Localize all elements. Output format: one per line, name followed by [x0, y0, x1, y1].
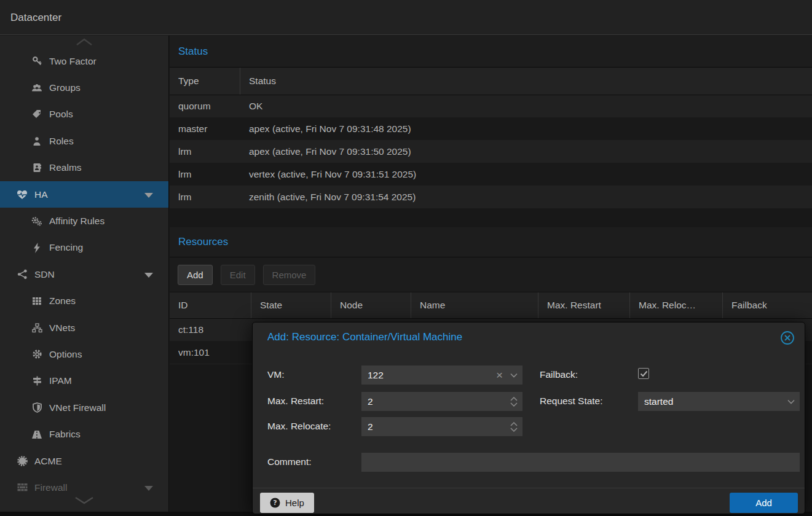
sidebar-item-roles[interactable]: Roles: [0, 128, 168, 154]
sidebar-item-pools[interactable]: Pools: [0, 101, 168, 128]
column-header-status[interactable]: Status: [240, 68, 812, 95]
sidebar-item-vnet-firewall[interactable]: VNet Firewall: [0, 394, 168, 421]
proxmox-datacenter-screen: Datacenter Two Factor Groups Pools Roles…: [0, 0, 812, 516]
edit-button[interactable]: Edit: [221, 265, 255, 285]
sidebar-item-acme[interactable]: ACME: [0, 448, 168, 474]
cell-type: lrm: [170, 163, 240, 186]
sidebar-item-label: Groups: [49, 82, 81, 93]
status-table-header: Type Status: [170, 68, 812, 95]
cell-status: apex (active, Fri Nov 7 09:31:50 2025): [240, 141, 812, 163]
dialog-add-button[interactable]: Add: [730, 493, 798, 513]
sidebar-scroll-down[interactable]: [0, 492, 168, 508]
sidebar-item-two-factor[interactable]: Two Factor: [0, 48, 168, 74]
column-header-id[interactable]: ID: [170, 292, 251, 318]
vm-combobox[interactable]: 122 ×: [361, 366, 522, 385]
column-header-node[interactable]: Node: [331, 292, 411, 318]
vm-label: VM:: [267, 369, 285, 380]
table-row[interactable]: lrm zenith (active, Fri Nov 7 09:31:54 2…: [170, 186, 812, 209]
chevron-down-icon[interactable]: [144, 193, 153, 198]
cell-type: master: [170, 118, 240, 140]
sidebar-item-fabrics[interactable]: Fabrics: [0, 421, 168, 447]
table-row[interactable]: lrm apex (active, Fri Nov 7 09:31:50 202…: [170, 141, 812, 163]
sidebar-item-affinity-rules[interactable]: Affinity Rules: [0, 208, 168, 234]
sidebar-item-label: IPAM: [49, 375, 72, 386]
cell-type: lrm: [170, 186, 240, 208]
chevron-up-icon: [75, 38, 93, 46]
max-restart-value: 2: [368, 396, 510, 407]
request-state-select[interactable]: started: [638, 392, 800, 411]
sidebar-item-label: VNets: [49, 322, 75, 334]
max-restart-spinner[interactable]: 2: [361, 392, 522, 411]
sidebar-item-label: Fencing: [49, 242, 83, 253]
spinner-arrows-icon[interactable]: [510, 422, 518, 432]
sidebar-item-label: Realms: [49, 162, 82, 173]
shield-icon: [31, 402, 43, 413]
table-row[interactable]: master apex (active, Fri Nov 7 09:31:48 …: [170, 118, 812, 141]
failback-checkbox[interactable]: [638, 368, 649, 379]
sidebar-item-options[interactable]: Options: [0, 341, 168, 367]
column-header-type[interactable]: Type: [170, 68, 240, 95]
chevron-down-icon[interactable]: [510, 373, 518, 378]
sidebar-item-groups[interactable]: Groups: [0, 74, 168, 101]
column-header-max-restart[interactable]: Max. Restart: [538, 292, 630, 318]
sidebar-item-label: Options: [49, 349, 82, 360]
remove-button[interactable]: Remove: [263, 265, 316, 285]
comment-label: Comment:: [267, 456, 312, 467]
sidebar-item-label: Affinity Rules: [49, 216, 104, 227]
help-button[interactable]: ? Help: [260, 493, 314, 513]
cell-status: apex (active, Fri Nov 7 09:31:48 2025): [240, 118, 812, 140]
spinner-arrows-icon[interactable]: [510, 397, 518, 407]
sidebar-item-label: VNet Firewall: [49, 402, 106, 413]
table-row[interactable]: lrm vertex (active, Fri Nov 7 09:31:51 2…: [170, 163, 812, 186]
check-icon: [640, 370, 648, 377]
sitemap-icon: [31, 322, 43, 334]
request-state-label: Request State:: [540, 396, 603, 407]
max-relocate-spinner[interactable]: 2: [361, 417, 522, 436]
cell-status: OK: [240, 95, 812, 117]
comment-input[interactable]: [361, 453, 800, 472]
request-state-value: started: [644, 396, 787, 407]
sidebar-item-label: HA: [34, 189, 48, 200]
panel-gap: [170, 209, 812, 227]
sidebar-item-label: Zones: [49, 295, 76, 307]
add-button[interactable]: Add: [178, 265, 213, 285]
heartbeat-icon: [16, 189, 28, 200]
sidebar-item-ha[interactable]: HA: [0, 181, 168, 208]
chevron-down-icon[interactable]: [144, 273, 153, 278]
cell-id: vm:101: [170, 342, 251, 364]
sidebar-item-ipam[interactable]: IPAM: [0, 368, 168, 394]
sidebar-item-realms[interactable]: Realms: [0, 155, 168, 181]
users-icon: [31, 82, 43, 93]
x-clear-icon[interactable]: ×: [496, 369, 503, 382]
column-header-name[interactable]: Name: [411, 292, 538, 318]
person-icon: [31, 136, 43, 147]
chevron-down-icon: [74, 496, 95, 504]
chevron-down-icon[interactable]: [144, 486, 153, 491]
svg-text:?: ?: [273, 499, 277, 507]
column-header-failback[interactable]: Failback: [723, 292, 812, 318]
certificate-icon: [16, 456, 28, 467]
gears-icon: [31, 216, 43, 227]
sidebar-item-zones[interactable]: Zones: [0, 288, 168, 315]
cell-type: quorum: [170, 95, 240, 117]
signpost-icon: [31, 375, 43, 386]
dialog-title: Add: Resource: Container/Virtual Machine: [267, 331, 462, 343]
max-relocate-value: 2: [368, 421, 510, 432]
cell-status: vertex (active, Fri Nov 7 09:31:51 2025): [240, 163, 812, 186]
address-book-icon: [31, 162, 43, 173]
chevron-down-icon[interactable]: [787, 399, 795, 404]
sidebar-item-label: Fabrics: [49, 429, 81, 440]
sidebar-item-vnets[interactable]: VNets: [0, 315, 168, 341]
sidebar-scroll-up[interactable]: [0, 36, 168, 48]
sidebar-item-sdn[interactable]: SDN: [0, 261, 168, 287]
resources-table-header: ID State Node Name Max. Restart Max. Rel…: [170, 292, 812, 319]
circle-x-close-icon[interactable]: [780, 330, 795, 345]
max-relocate-label: Max. Relocate:: [267, 421, 331, 432]
sidebar-item-fencing[interactable]: Fencing: [0, 235, 168, 261]
column-header-state[interactable]: State: [251, 292, 331, 318]
table-row[interactable]: quorum OK: [170, 95, 812, 118]
vm-value: 122: [368, 370, 496, 381]
grid-icon: [31, 295, 43, 307]
add-resource-dialog: Add: Resource: Container/Virtual Machine…: [252, 322, 805, 514]
column-header-max-relocate[interactable]: Max. Reloc…: [630, 292, 723, 318]
